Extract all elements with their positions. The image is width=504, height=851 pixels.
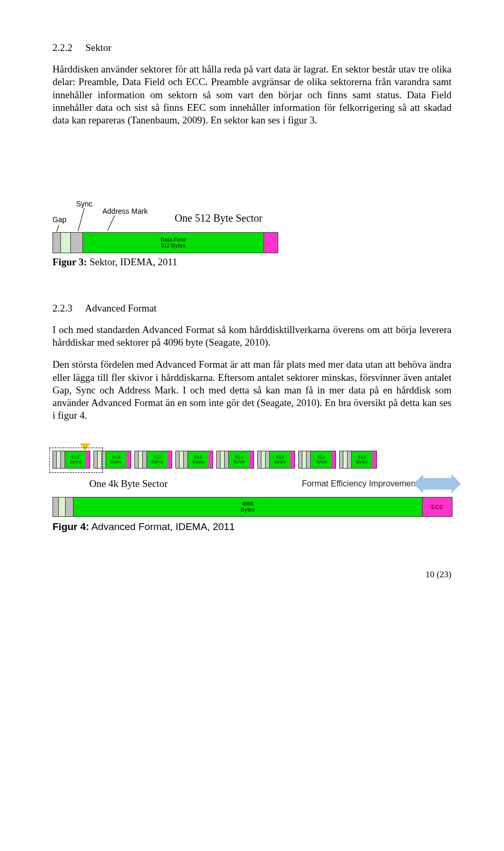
section-2-2-3-paragraph-1: I och med standarden Advanced Format så … <box>52 324 452 349</box>
dashed-highlight-box <box>49 448 103 473</box>
fig3-gap-segment <box>53 233 61 253</box>
fig4-512-row: 512Bytes 512Bytes 512Bytes 512Bytes 512B… <box>52 451 452 469</box>
section-2-2-3-heading: 2.2.3 Advanced Format <box>52 303 452 314</box>
fig4-address-segment <box>66 497 74 516</box>
fig4-mini-sector: 512Bytes <box>216 451 254 469</box>
fig3-sync-segment <box>61 233 71 253</box>
fig4-left-title: One 4k Byte Sector <box>89 478 167 490</box>
page-number: 10 (23) <box>52 569 452 580</box>
section-2-2-2-heading: 2.2.2 Sektor <box>52 42 452 54</box>
section-number: 2.2.3 <box>52 303 83 314</box>
fig3-address-label: Address Mark <box>102 207 148 215</box>
double-arrow-icon <box>423 478 452 490</box>
section-2-2-3-paragraph-2: Den största fördelen med Advanced Format… <box>52 358 452 422</box>
section-title: Advanced Format <box>85 303 157 314</box>
figure-4: 512Bytes 512Bytes 512Bytes 512Bytes 512B… <box>52 451 452 533</box>
fig4-data-segment: 4096 Bytes <box>74 497 423 516</box>
fig4-mini-sector: 512Bytes <box>339 451 377 469</box>
section-title: Sektor <box>86 42 112 53</box>
fig4-4k-sector-bar: 4096 Bytes ECC <box>52 497 453 517</box>
figure-3-caption: Figur 3: Sektor, IDEMA, 2011 <box>52 256 452 268</box>
figure-4-caption: Figur 4: Advanced Format, IDEMA, 2011 <box>52 521 452 533</box>
figure-3: Gap Sync Address Mark One 512 Byte Secto… <box>52 200 452 268</box>
fig3-address-segment <box>71 233 83 253</box>
fig4-mini-sector: 512Bytes <box>134 451 172 469</box>
fig3-gap-label: Gap <box>52 215 66 224</box>
fig4-mini-sector: 512Bytes <box>175 451 213 469</box>
fig4-right-title: Format Efficiency Improvement <box>302 479 418 489</box>
fig4-right-title-group: Format Efficiency Improvement <box>302 478 452 490</box>
fig3-sector-bar: Data Field 512 Bytes <box>52 232 278 253</box>
fig4-sync-segment <box>59 497 66 516</box>
fig4-gap-segment <box>53 497 59 516</box>
section-number: 2.2.2 <box>52 42 83 54</box>
fig4-ecc-segment: ECC <box>423 497 452 516</box>
fig3-sync-label: Sync <box>76 200 92 208</box>
fig3-ecc-segment <box>264 233 278 253</box>
fig4-mini-sector: 512Bytes <box>257 451 295 469</box>
fig4-mini-sector: 512Bytes <box>298 451 336 469</box>
fig4-mid-row: One 4k Byte Sector Format Efficiency Imp… <box>52 478 452 490</box>
section-2-2-2-paragraph: Hårddisken använder sektorer för att hål… <box>52 63 452 127</box>
fig3-title: One 512 Byte Sector <box>175 212 262 224</box>
fig3-data-segment: Data Field 512 Bytes <box>83 233 264 253</box>
